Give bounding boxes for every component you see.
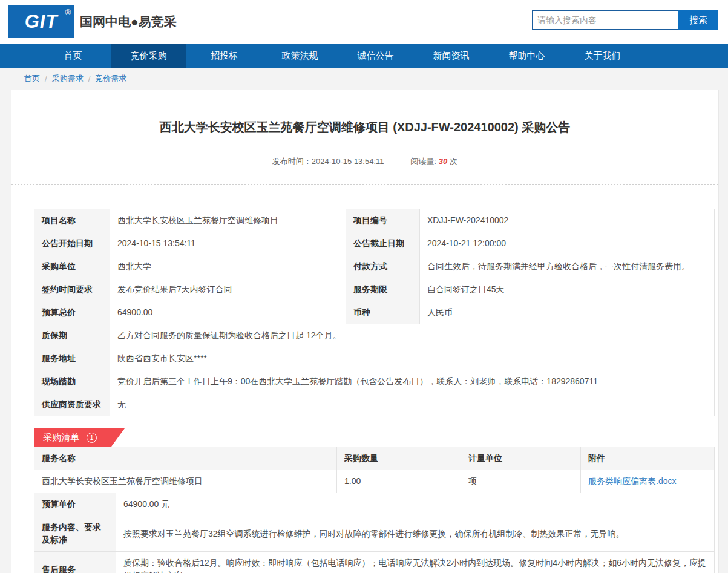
nav-item-bidding-procurement[interactable]: 竞价采购: [111, 44, 186, 68]
field-value: 2024-10-21 12:00:00: [420, 232, 715, 255]
page-title: 西北大学长安校区玉兰苑餐厅空调维修项目 (XDJJ-FW-202410002) …: [11, 90, 718, 136]
field-label: 付款方式: [346, 255, 420, 278]
table-row: 现场踏勘 竞价开启后第三个工作日上午9：00在西北大学玉兰苑餐厅踏勘（包含公告发…: [34, 370, 715, 393]
site-header: GIT ® 国网中电●易竞采 搜索: [0, 0, 728, 44]
breadcrumb-bidding-demand[interactable]: 竞价需求: [95, 73, 126, 84]
field-label: 公告截止日期: [346, 232, 420, 255]
publish-time: 发布时间：2024-10-15 13:54:11: [272, 157, 384, 166]
field-value: 自合同签订之日45天: [420, 278, 715, 301]
project-info-table: 项目名称 西北大学长安校区玉兰苑餐厅空调维修项目 项目编号 XDJJ-FW-20…: [34, 209, 715, 416]
view-count: 阅读量:30次: [410, 157, 457, 166]
breadcrumb-procurement-demand[interactable]: 采购需求: [52, 73, 84, 84]
field-label: 签约时间要求: [34, 278, 110, 301]
table-row: 公告开始日期 2024-10-15 13:54:11 公告截止日期 2024-1…: [34, 232, 715, 255]
field-value: 竞价开启后第三个工作日上午9：00在西北大学玉兰苑餐厅踏勘（包含公告发布日），联…: [110, 370, 715, 393]
purchase-list-table: 服务名称 采购数量 计量单位 附件 西北大学长安校区玉兰苑餐厅空调维修项目 1.…: [34, 447, 715, 493]
purchase-detail-table: 预算单价 64900.00 元 服务内容、要求及标准 按照要求对玉兰苑餐厅32组…: [34, 493, 715, 573]
field-value: 陕西省西安市长安区****: [110, 347, 715, 370]
attachment-cell: 服务类响应偏离表.docx: [581, 470, 715, 493]
field-value: 发布竞价结果后7天内签订合同: [110, 278, 346, 301]
table-row: 售后服务 质保期：验收合格后12月。响应时效：即时响应（包括电话响应）；电话响应…: [34, 552, 715, 573]
main-nav: 首页 竞价采购 招投标 政策法规 诚信公告 新闻资讯 帮助中心 关于我们: [0, 44, 728, 68]
field-label: 采购单位: [34, 255, 110, 278]
field-label: 公告开始日期: [34, 232, 110, 255]
breadcrumb-separator: /: [45, 74, 47, 83]
field-value: 2024-10-15 13:54:11: [110, 232, 346, 255]
breadcrumb-home[interactable]: 首页: [24, 73, 40, 84]
quantity-cell: 1.00: [337, 470, 461, 493]
site-logo[interactable]: GIT ®: [8, 5, 74, 38]
breadcrumb-separator: /: [88, 74, 91, 83]
purchase-list-badge-label: 采购清单: [43, 432, 79, 444]
table-row: 预算单价 64900.00 元: [34, 493, 715, 516]
field-value: 西北大学长安校区玉兰苑餐厅空调维修项目: [110, 209, 346, 232]
table-row: 服务内容、要求及标准 按照要求对玉兰苑餐厅32组空调系统进行检修维护，同时对故障…: [34, 516, 715, 552]
table-row: 预算总价 64900.00 币种 人民币: [34, 301, 715, 324]
logo-text: GIT: [25, 11, 58, 33]
field-value: 按照要求对玉兰苑餐厅32组空调系统进行检修维护，同时对故障的零部件进行维修更换，…: [116, 516, 715, 552]
field-label: 预算总价: [34, 301, 110, 324]
unit-cell: 项: [461, 470, 581, 493]
announcement-card: 西北大学长安校区玉兰苑餐厅空调维修项目 (XDJJ-FW-202410002) …: [11, 90, 719, 573]
field-value: 无: [110, 393, 715, 416]
nav-item-policies[interactable]: 政策法规: [262, 44, 338, 68]
field-value: 人民币: [420, 301, 715, 324]
announcement-meta: 发布时间：2024-10-15 13:54:11 阅读量:30次: [11, 156, 718, 167]
view-count-number: 30: [439, 157, 447, 166]
field-label: 供应商资质要求: [34, 393, 110, 416]
field-value: 合同生效后，待服务期满并经甲方验收合格后，一次性付清服务费用。: [420, 255, 715, 278]
field-label: 项目名称: [34, 209, 110, 232]
field-label: 服务内容、要求及标准: [34, 516, 116, 552]
brand-title: 国网中电●易竞采: [80, 13, 177, 30]
table-row: 采购单位 西北大学 付款方式 合同生效后，待服务期满并经甲方验收合格后，一次性付…: [34, 255, 715, 278]
nav-item-integrity-notices[interactable]: 诚信公告: [338, 44, 413, 68]
registered-trademark-icon: ®: [65, 8, 71, 17]
column-header: 采购数量: [337, 447, 461, 470]
table-row: 西北大学长安校区玉兰苑餐厅空调维修项目 1.00 项 服务类响应偏离表.docx: [34, 470, 715, 493]
purchase-list-count-badge: 1: [87, 433, 97, 443]
table-row: 供应商资质要求 无: [34, 393, 715, 416]
field-value: XDJJ-FW-202410002: [420, 209, 715, 232]
budget-total-value: 64900.00: [110, 301, 346, 324]
nav-item-home[interactable]: 首页: [35, 44, 111, 68]
field-value: 乙方对合同服务的质量保证期为验收合格后之日起 12个月。: [110, 324, 715, 347]
column-header: 附件: [581, 447, 715, 470]
nav-item-news[interactable]: 新闻资讯: [413, 44, 489, 68]
column-header: 服务名称: [34, 447, 337, 470]
field-label: 售后服务: [34, 552, 116, 573]
unit-price-value: 64900.00 元: [116, 493, 715, 516]
field-label: 现场踏勘: [34, 370, 110, 393]
nav-item-about-us[interactable]: 关于我们: [565, 44, 640, 68]
table-row: 项目名称 西北大学长安校区玉兰苑餐厅空调维修项目 项目编号 XDJJ-FW-20…: [34, 209, 715, 232]
field-label: 质保期: [34, 324, 110, 347]
field-label: 预算单价: [34, 493, 116, 516]
field-label: 币种: [346, 301, 420, 324]
column-header: 计量单位: [461, 447, 581, 470]
table-header-row: 服务名称 采购数量 计量单位 附件: [34, 447, 715, 470]
dashed-divider: [11, 184, 718, 185]
field-value: 质保期：验收合格后12月。响应时效：即时响应（包括电话响应）；电话响应无法解决2…: [116, 552, 715, 573]
table-row: 服务地址 陕西省西安市长安区****: [34, 347, 715, 370]
search-bar: 搜索: [532, 10, 718, 30]
field-value: 西北大学: [110, 255, 346, 278]
nav-item-help-center[interactable]: 帮助中心: [489, 44, 565, 68]
purchase-list-badge: 采购清单 1: [34, 428, 125, 447]
nav-item-tenders[interactable]: 招投标: [186, 44, 262, 68]
search-input[interactable]: [532, 10, 678, 30]
field-label: 服务期限: [346, 278, 420, 301]
field-label: 服务地址: [34, 347, 110, 370]
table-row: 签约时间要求 发布竞价结果后7天内签订合同 服务期限 自合同签订之日45天: [34, 278, 715, 301]
table-row: 质保期 乙方对合同服务的质量保证期为验收合格后之日起 12个月。: [34, 324, 715, 347]
breadcrumb: 首页 / 采购需求 / 竞价需求: [0, 68, 728, 90]
field-label: 项目编号: [346, 209, 420, 232]
service-name-cell: 西北大学长安校区玉兰苑餐厅空调维修项目: [34, 470, 337, 493]
attachment-link[interactable]: 服务类响应偏离表.docx: [588, 476, 676, 486]
search-button[interactable]: 搜索: [678, 10, 718, 30]
